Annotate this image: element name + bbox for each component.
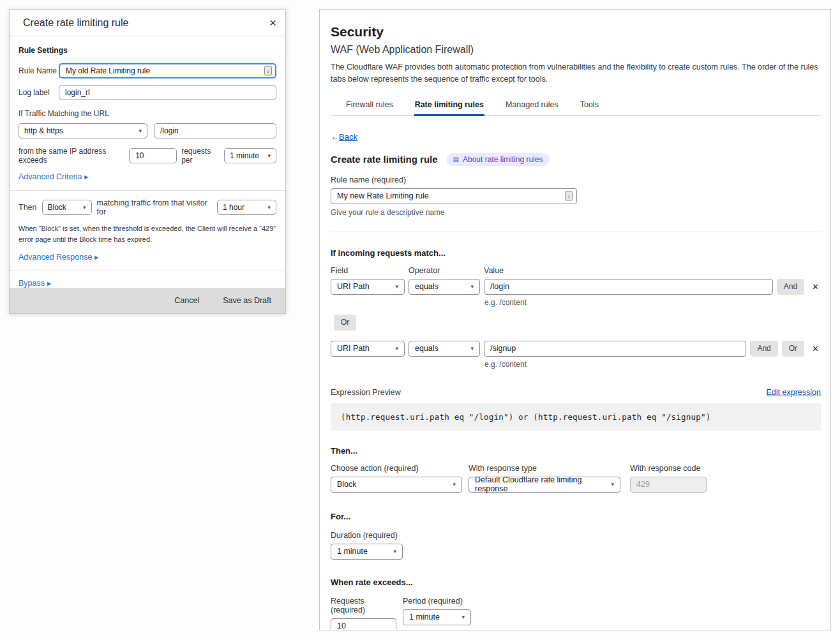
operator-select[interactable]: equals ▾ <box>409 279 480 295</box>
remove-condition-icon[interactable]: ✕ <box>808 282 821 292</box>
extension-autofill-icon[interactable]: ↓ <box>264 66 272 76</box>
page-subtitle: WAF (Web Application Firewall) <box>331 44 821 56</box>
chevron-down-icon: ▾ <box>461 614 465 620</box>
divider <box>10 271 285 271</box>
operator-select[interactable]: equals ▾ <box>409 341 480 357</box>
chevron-down-icon: ▾ <box>267 153 271 159</box>
rule-name-label: Rule name (required) <box>331 175 821 184</box>
divider <box>10 190 285 191</box>
tab-tools[interactable]: Tools <box>580 96 599 115</box>
chevron-down-icon: ▾ <box>395 345 398 352</box>
scheme-select[interactable]: http & https ▾ <box>19 123 147 138</box>
chevron-down-icon: ▾ <box>470 283 474 290</box>
condition-column-labels: Field Operator Value <box>331 266 821 275</box>
value-input[interactable] <box>484 279 773 295</box>
response-type-select[interactable]: Default Cloudflare rate limiting respons… <box>469 477 620 493</box>
rule-settings-heading: Rule Settings <box>19 46 276 55</box>
duration-label: Duration (required) <box>331 531 821 540</box>
or-button[interactable]: Or <box>782 341 804 357</box>
and-button[interactable]: And <box>777 279 804 295</box>
match-heading: If incoming requests match... <box>331 248 821 258</box>
period-label: Period (required) <box>403 597 471 606</box>
rule-name-helper: Give your rule a descriptive name <box>331 208 821 217</box>
divider <box>331 232 821 232</box>
action-select[interactable]: Block ▾ <box>331 477 462 493</box>
duration-select[interactable]: 1 hour ▾ <box>217 200 276 215</box>
extension-autofill-icon[interactable]: ↓ <box>565 191 573 201</box>
response-code-label: With response code <box>630 464 707 473</box>
rule-name-row: Rule Name ↓ <box>19 63 276 78</box>
choose-action-label: Choose action (required) <box>331 464 462 473</box>
edit-expression-link[interactable]: Edit expression <box>767 388 821 397</box>
requests-label: Requests (required) <box>331 597 396 614</box>
dialog-header: Create rate limiting rule × <box>10 10 285 36</box>
chevron-down-icon: ▾ <box>267 204 271 211</box>
bypass-link[interactable]: Bypass ▶ <box>19 279 51 288</box>
chevron-down-icon: ▾ <box>453 481 456 487</box>
field-label: Field <box>331 266 409 275</box>
value-helper: e.g. /content <box>484 360 821 369</box>
about-rate-limiting-badge[interactable]: ▤ About rate limiting rules <box>446 153 550 166</box>
tab-firewall-rules[interactable]: Firewall rules <box>345 96 394 115</box>
advanced-criteria-link[interactable]: Advanced Criteria ▶ <box>19 172 89 181</box>
for-heading: For... <box>331 512 821 521</box>
value-input[interactable] <box>484 341 746 357</box>
triangle-right-icon: ▶ <box>47 281 51 287</box>
dialog-body: Rule Settings Rule Name ↓ Log label If T… <box>10 36 285 288</box>
matching-text: matching traffic from that visitor for <box>97 198 213 216</box>
response-type-label: With response type <box>469 464 620 473</box>
chevron-down-icon: ▾ <box>139 128 142 134</box>
page-title: Security <box>331 24 821 40</box>
arrow-left-icon: ← <box>331 132 339 142</box>
create-rule-heading: Create rate limiting rule <box>331 154 438 165</box>
save-as-draft-button[interactable]: Save as Draft <box>223 296 271 305</box>
condition-row: URI Path ▾ equals ▾ And ✕ <box>331 279 821 295</box>
close-icon[interactable]: × <box>269 17 276 29</box>
traffic-matching-label: If Traffic Matching the URL <box>19 109 276 118</box>
rule-name-label: Rule Name <box>19 66 59 75</box>
log-label-row: Log label <box>19 85 276 100</box>
block-note: When “Block” is set, when the threshold … <box>19 223 276 245</box>
remove-condition-icon[interactable]: ✕ <box>808 344 821 353</box>
requests-per-text: requests per <box>181 147 220 165</box>
url-input[interactable] <box>154 123 276 138</box>
cancel-button[interactable]: Cancel <box>174 296 199 305</box>
action-select[interactable]: Block ▾ <box>42 200 92 215</box>
legacy-rate-limit-dialog: Create rate limiting rule × Rule Setting… <box>9 9 286 314</box>
log-label-input[interactable] <box>59 85 276 100</box>
document-icon: ▤ <box>453 156 459 163</box>
expression-preview-label: Expression Preview <box>331 388 401 397</box>
or-button[interactable]: Or <box>334 315 356 331</box>
requests-input[interactable] <box>331 618 396 631</box>
advanced-response-link[interactable]: Advanced Response ▶ <box>19 253 99 262</box>
requests-input[interactable] <box>129 148 177 163</box>
threshold-row: from the same IP address exceeds request… <box>19 147 276 165</box>
then-text: Then <box>19 203 37 212</box>
tab-managed-rules[interactable]: Managed rules <box>505 96 559 115</box>
page-description: The Cloudflare WAF provides both automat… <box>331 61 821 86</box>
field-select[interactable]: URI Path ▾ <box>331 279 405 295</box>
value-label: Value <box>484 266 504 275</box>
rule-name-input[interactable] <box>59 63 276 78</box>
back-link[interactable]: ←Back <box>331 132 357 142</box>
period-select[interactable]: 1 minute ▾ <box>224 148 276 163</box>
response-code-input <box>630 477 707 493</box>
value-helper: e.g. /content <box>484 298 821 307</box>
then-heading: Then... <box>331 446 821 456</box>
condition-row: URI Path ▾ equals ▾ And Or ✕ <box>331 341 821 357</box>
chevron-down-icon: ▾ <box>393 548 396 554</box>
chevron-down-icon: ▾ <box>395 283 398 290</box>
triangle-right-icon: ▶ <box>94 255 98 260</box>
field-select[interactable]: URI Path ▾ <box>331 341 405 357</box>
duration-select[interactable]: 1 minute ▾ <box>331 544 403 560</box>
and-button[interactable]: And <box>750 341 777 357</box>
chevron-down-icon: ▾ <box>83 204 86 211</box>
triangle-right-icon: ▶ <box>84 174 88 180</box>
chevron-down-icon: ▾ <box>470 345 474 352</box>
dialog-footer: Cancel Save as Draft <box>10 288 285 313</box>
period-select[interactable]: 1 minute ▾ <box>403 609 471 625</box>
exceeds-text: from the same IP address exceeds <box>19 147 124 165</box>
tab-rate-limiting-rules[interactable]: Rate limiting rules <box>414 96 484 115</box>
rule-name-input[interactable] <box>331 188 577 204</box>
waf-tabs: Firewall rules Rate limiting rules Manag… <box>331 96 821 116</box>
